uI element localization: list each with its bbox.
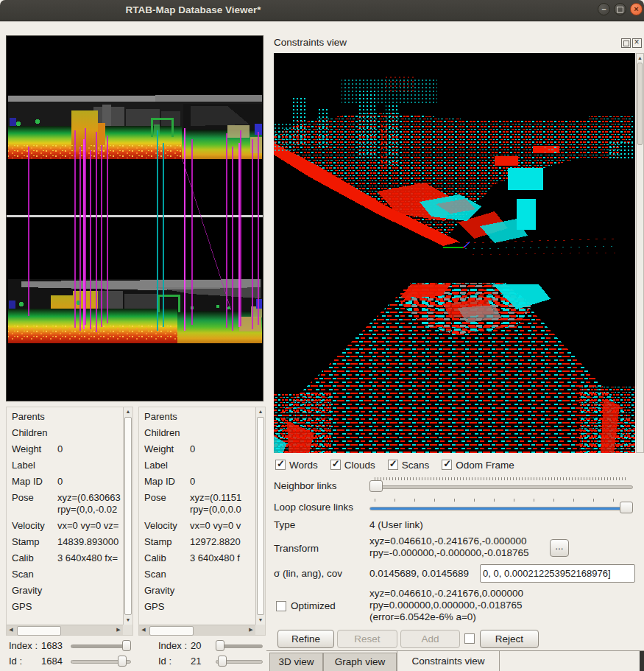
scroll-up-icon[interactable]: ▲ — [124, 407, 132, 416]
scroll-down-icon[interactable]: ▼ — [124, 616, 132, 625]
clouds-option[interactable]: Clouds — [330, 460, 375, 471]
row-label: GPS — [144, 601, 190, 613]
slider-handle[interactable] — [118, 656, 127, 667]
tab-3d-view[interactable]: 3D view — [269, 653, 323, 671]
table-row: Map ID0 — [7, 474, 123, 490]
horizontal-scrollbar[interactable]: ◀ ▶ — [7, 625, 123, 635]
row-value: 14839.893000 — [57, 536, 118, 548]
row-value: 3 640x480 f — [190, 552, 240, 564]
optimized-value: xyz=0.046610,-0.241676,0.000000 rpy=0.00… — [369, 588, 523, 623]
slider-handle[interactable] — [216, 640, 224, 651]
scroll-left-icon[interactable]: ◀ — [7, 625, 15, 634]
slider-handle[interactable] — [620, 502, 633, 513]
table-row: Label — [139, 457, 255, 474]
reset-button[interactable]: Reset — [337, 630, 397, 648]
id-slider[interactable] — [71, 655, 131, 667]
index-value: 1683 — [41, 640, 71, 651]
scroll-up-icon[interactable]: ▲ — [256, 407, 265, 416]
dock-vertical-scrollbar[interactable]: ▲ — [636, 53, 644, 453]
scrollbar-thumb[interactable] — [257, 417, 264, 615]
odom-frame-option[interactable]: Odom Frame — [442, 460, 514, 471]
slider-handle[interactable] — [218, 656, 227, 667]
row-value: xyz=(0.630663 rpy=(0,0,-0.02 — [57, 492, 121, 516]
row-label: Stamp — [144, 536, 190, 548]
titlebar[interactable]: RTAB-Map Database Viewer* – × — [0, 0, 644, 21]
table-row: Stamp14839.893000 — [7, 534, 123, 550]
id-slider[interactable] — [216, 655, 263, 667]
slider-handle[interactable] — [369, 480, 383, 492]
scroll-right-icon[interactable]: ▶ — [114, 625, 123, 634]
scrollbar-thumb[interactable] — [637, 63, 643, 145]
table-row: Gravity — [139, 583, 255, 599]
scrollbar-thumb[interactable] — [149, 626, 194, 636]
minimize-button[interactable]: – — [598, 3, 610, 15]
words-checkbox[interactable] — [275, 460, 286, 470]
row-value: vx=0 vy=0 vz= — [57, 520, 118, 532]
slider-handle[interactable] — [122, 640, 131, 651]
id-label: Id : — [9, 656, 41, 667]
row-label: Weight — [12, 443, 57, 455]
neighbor-links-slider[interactable] — [369, 477, 633, 491]
vertical-scrollbar[interactable]: ▲ ▼ — [255, 407, 265, 625]
table-row: Velocityvx=0 vy=0 v — [139, 518, 255, 534]
row-label: Children — [12, 427, 57, 439]
scroll-right-icon[interactable]: ▶ — [247, 625, 255, 634]
loop-closure-links-slider[interactable] — [369, 499, 633, 513]
index-slider[interactable] — [216, 639, 263, 652]
slider-ticks — [375, 499, 628, 502]
close-button[interactable]: × — [630, 3, 643, 15]
vertical-scrollbar[interactable]: ▲ ▼ — [123, 407, 132, 625]
node-info-rows-a: Parents Children Weight0 Label Map ID0 P… — [7, 409, 123, 625]
covariance-input[interactable] — [480, 564, 635, 583]
optimized-checkbox[interactable] — [276, 601, 286, 611]
dock-close-button[interactable] — [632, 38, 642, 48]
row-label: Label — [12, 460, 57, 471]
dock-title: Constraints view — [274, 37, 347, 48]
clouds-checkbox[interactable] — [330, 460, 341, 470]
feature-match-view[interactable] — [6, 35, 263, 401]
row-label: Gravity — [144, 585, 190, 597]
words-label: Words — [289, 460, 318, 471]
id-value: 21 — [191, 656, 216, 667]
refine-button[interactable]: Refine — [277, 630, 334, 648]
index-slider[interactable] — [71, 639, 131, 652]
neighbor-links-label: Neighbor links — [274, 480, 337, 491]
row-label: Map ID — [12, 476, 57, 488]
reject-option-checkbox[interactable] — [464, 633, 475, 644]
maximize-button[interactable] — [614, 3, 626, 15]
row-value: 0 — [57, 476, 63, 488]
float-icon — [623, 41, 629, 46]
table-row: Stamp12972.8820 — [139, 534, 255, 550]
transform-value: xyz=0.046610,-0.241676,-0.000000 rpy=-0.… — [369, 535, 529, 559]
odom-frame-checkbox[interactable] — [442, 460, 452, 470]
scrollbar-thumb[interactable] — [17, 626, 61, 636]
id-label: Id : — [158, 656, 191, 667]
table-row: Scan — [139, 566, 255, 583]
row-label: Stamp — [12, 536, 57, 548]
constraint-3d-view[interactable] — [274, 53, 635, 453]
scans-checkbox[interactable] — [388, 460, 398, 470]
type-value: 4 (User link) — [369, 519, 423, 530]
row-label: Parents — [12, 411, 57, 423]
scroll-up-icon[interactable]: ▲ — [637, 54, 643, 63]
reject-button[interactable]: Reject — [480, 630, 539, 648]
table-row: Scan — [7, 566, 123, 583]
window-corner — [640, 651, 644, 671]
scroll-down-icon[interactable]: ▼ — [256, 616, 265, 625]
row-label: Scan — [144, 569, 190, 580]
transform-more-button[interactable]: ... — [550, 539, 569, 557]
row-label: GPS — [12, 601, 57, 613]
table-row: Posexyz=(0.1151 rpy=(0,0,0.0 — [139, 490, 255, 518]
tab-constraints-view[interactable]: Constraints view — [397, 650, 500, 671]
table-row: GPS — [7, 599, 123, 615]
scroll-left-icon[interactable]: ◀ — [139, 625, 148, 634]
tab-graph-view[interactable]: Graph view — [323, 653, 397, 671]
scans-option[interactable]: Scans — [388, 460, 430, 471]
node-info-table-b: Parents Children Weight0 Label Map ID0 P… — [138, 407, 266, 636]
dock-float-button[interactable] — [621, 38, 631, 48]
words-option[interactable]: Words — [275, 460, 318, 471]
add-button[interactable]: Add — [400, 630, 460, 648]
horizontal-scrollbar[interactable]: ◀ ▶ — [139, 625, 255, 635]
scrollbar-corner — [255, 625, 265, 635]
scrollbar-thumb[interactable] — [124, 417, 132, 615]
